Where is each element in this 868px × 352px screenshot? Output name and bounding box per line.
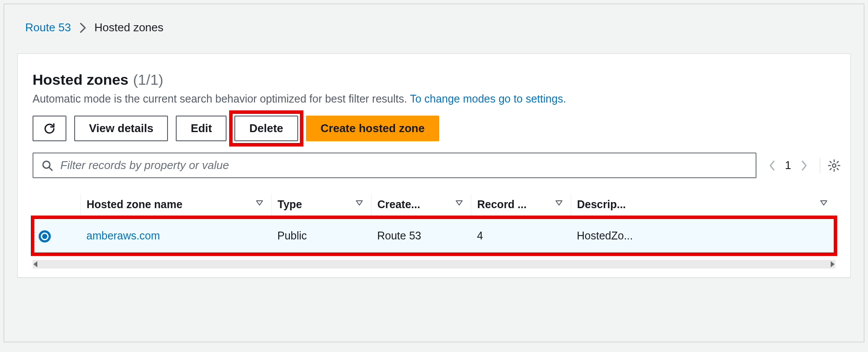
table-row[interactable]: amberaws.com Public Route 53 4 HostedZo.… xyxy=(33,217,835,254)
paginator: 1 xyxy=(769,159,808,172)
chevron-right-icon xyxy=(80,23,86,33)
breadcrumb-current: Hosted zones xyxy=(95,21,164,34)
col-select xyxy=(33,194,80,217)
page-prev[interactable] xyxy=(769,159,776,172)
subtitle-text: Automatic mode is the current search beh… xyxy=(33,93,410,105)
panel-header: Hosted zones (1/1) xyxy=(33,71,835,88)
highlight-delete: Delete xyxy=(234,116,298,141)
search-icon xyxy=(41,159,53,172)
settings-link[interactable]: To change modes go to settings. xyxy=(410,93,566,105)
col-created-by[interactable]: Create... xyxy=(371,194,471,217)
col-hosted-zone-name[interactable]: Hosted zone name xyxy=(80,194,271,217)
col-label: Create... xyxy=(378,198,421,210)
horizontal-scrollbar[interactable] xyxy=(33,260,835,269)
cell-type: Public xyxy=(271,217,371,254)
table-settings-button[interactable] xyxy=(820,158,835,173)
hosted-zones-table: Hosted zone name Type Crea xyxy=(33,194,835,269)
col-label: Descrip... xyxy=(577,198,626,210)
subtitle: Automatic mode is the current search beh… xyxy=(33,93,835,105)
col-label: Hosted zone name xyxy=(87,198,183,210)
col-type[interactable]: Type xyxy=(271,194,371,217)
filter-box[interactable] xyxy=(33,153,756,178)
search-pagination-row: 1 xyxy=(33,153,835,178)
page-title: Hosted zones xyxy=(33,71,128,88)
breadcrumb-root[interactable]: Route 53 xyxy=(25,21,71,34)
scroll-right-icon[interactable] xyxy=(831,261,835,267)
svg-point-2 xyxy=(832,164,836,167)
breadcrumb: Route 53 Hosted zones xyxy=(17,21,851,34)
scroll-left-icon[interactable] xyxy=(33,261,37,267)
page-container: Route 53 Hosted zones Hosted zones (1/1)… xyxy=(3,3,865,342)
filter-input[interactable] xyxy=(60,159,748,172)
col-description[interactable]: Descrip... xyxy=(571,194,835,217)
svg-line-1 xyxy=(49,167,52,170)
col-label: Record ... xyxy=(477,198,527,210)
sort-icon xyxy=(455,200,463,207)
cell-description: HostedZo... xyxy=(571,217,835,254)
hosted-zones-panel: Hosted zones (1/1) Automatic mode is the… xyxy=(17,53,851,278)
sort-icon xyxy=(820,200,828,207)
gear-icon xyxy=(827,159,841,173)
radio-selected-icon[interactable] xyxy=(39,230,51,242)
cell-record-count: 4 xyxy=(471,217,571,254)
row-selector-cell[interactable] xyxy=(33,217,80,254)
col-record-count[interactable]: Record ... xyxy=(471,194,571,217)
cell-hosted-zone-name[interactable]: amberaws.com xyxy=(80,217,271,254)
edit-button[interactable]: Edit xyxy=(176,116,227,141)
sort-icon xyxy=(256,200,263,207)
page-number: 1 xyxy=(785,159,791,172)
page-next[interactable] xyxy=(801,159,808,172)
item-count: (1/1) xyxy=(133,71,164,88)
action-button-row: View details Edit Delete Create hosted z… xyxy=(33,116,835,141)
sort-icon xyxy=(555,200,563,207)
create-hosted-zone-button[interactable]: Create hosted zone xyxy=(306,116,440,141)
table-header-row: Hosted zone name Type Crea xyxy=(33,194,835,217)
delete-button[interactable]: Delete xyxy=(234,116,298,141)
view-details-button[interactable]: View details xyxy=(74,116,168,141)
col-label: Type xyxy=(278,198,302,210)
refresh-icon xyxy=(43,122,56,135)
cell-created-by: Route 53 xyxy=(371,217,471,254)
refresh-button[interactable] xyxy=(33,116,66,141)
sort-icon xyxy=(355,200,363,207)
